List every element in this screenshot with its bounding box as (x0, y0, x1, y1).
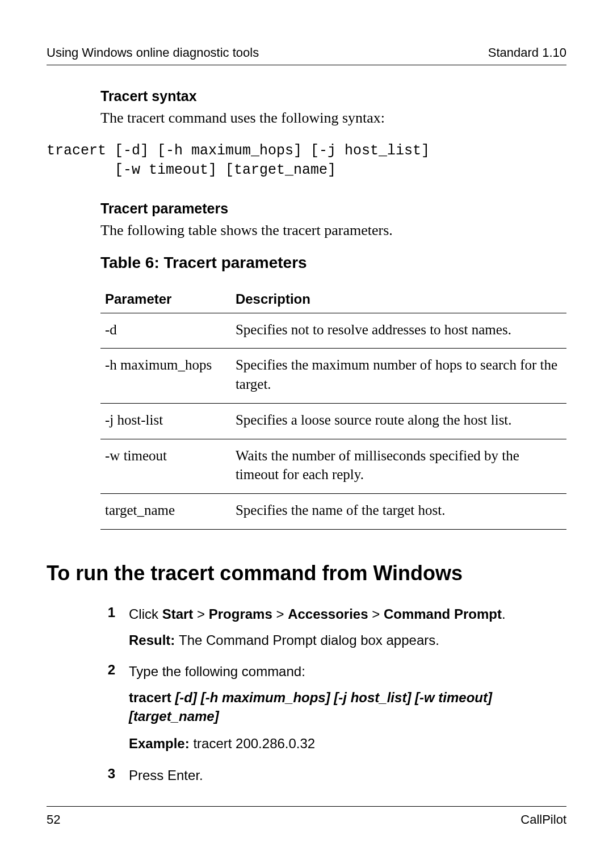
main-content: Tracert syntax The tracert command uses … (47, 88, 566, 791)
menu-command-prompt: Command Prompt (384, 606, 502, 622)
step-1: 1 Click Start > Programs > Accessories >… (100, 605, 566, 652)
page-container: Using Windows online diagnostic tools St… (0, 0, 613, 836)
result-label: Result: (129, 632, 179, 648)
text: Click (129, 606, 162, 622)
menu-start: Start (162, 606, 194, 622)
cmd-args: [-d] [-h maximum_hops] [-j host_list] [-… (129, 690, 492, 724)
step-1-main: Click Start > Programs > Accessories > C… (129, 605, 566, 624)
step-2-example: Example: tracert 200.286.0.32 (129, 734, 566, 753)
syntax-code: tracert [-d] [-h maximum_hops] [-j host_… (47, 141, 566, 180)
table-row: -j host-list Specifies a loose source ro… (100, 403, 566, 439)
table-header-row: Parameter Description (100, 287, 566, 313)
step-number: 2 (100, 662, 129, 755)
header-right: Standard 1.10 (488, 45, 566, 60)
table-row: -w timeout Waits the number of milliseco… (100, 439, 566, 494)
step-2-intro: Type the following command: (129, 662, 566, 681)
desc-cell: Waits the number of milliseconds specifi… (231, 439, 566, 494)
col-parameter: Parameter (100, 287, 231, 313)
step-body: Click Start > Programs > Accessories > C… (129, 605, 566, 652)
page-header: Using Windows online diagnostic tools St… (47, 45, 566, 65)
param-cell: -h maximum_hops (100, 349, 231, 404)
footer-doc-name: CallPilot (520, 812, 566, 827)
cmd-prefix: tracert (129, 690, 175, 705)
step-list: 1 Click Start > Programs > Accessories >… (100, 605, 566, 791)
step-1-result: Result: The Command Prompt dialog box ap… (129, 631, 566, 650)
col-description: Description (231, 287, 566, 313)
param-cell: -w timeout (100, 439, 231, 494)
header-left: Using Windows online diagnostic tools (47, 45, 259, 60)
desc-cell: Specifies the name of the target host. (231, 494, 566, 530)
step-number: 3 (100, 766, 129, 792)
step-body: Type the following command: tracert [-d]… (129, 662, 566, 755)
table-row: -d Specifies not to resolve addresses to… (100, 313, 566, 349)
step-2-command: tracert [-d] [-h maximum_hops] [-j host_… (129, 688, 566, 726)
desc-cell: Specifies a loose source route along the… (231, 403, 566, 439)
sep: > (368, 606, 384, 622)
step-2: 2 Type the following command: tracert [-… (100, 662, 566, 755)
period: . (502, 606, 506, 622)
params-intro: The following table shows the tracert pa… (100, 220, 566, 240)
syntax-heading: Tracert syntax (100, 88, 566, 104)
example-label: Example: (129, 736, 193, 751)
menu-programs: Programs (209, 606, 272, 622)
tracert-params-table: Parameter Description -d Specifies not t… (100, 287, 566, 530)
param-cell: target_name (100, 494, 231, 530)
menu-accessories: Accessories (288, 606, 368, 622)
step-body: Press Enter. (129, 766, 566, 792)
example-text: tracert 200.286.0.32 (193, 736, 315, 751)
step-3-text: Press Enter. (129, 766, 566, 785)
table-row: -h maximum_hops Specifies the maximum nu… (100, 349, 566, 404)
step-number: 1 (100, 605, 129, 652)
syntax-intro: The tracert command uses the following s… (100, 108, 566, 128)
run-heading: To run the tracert command from Windows (47, 561, 566, 585)
step-3: 3 Press Enter. (100, 766, 566, 792)
desc-cell: Specifies not to resolve addresses to ho… (231, 313, 566, 349)
page-footer: 52 CallPilot (47, 806, 566, 827)
param-cell: -d (100, 313, 231, 349)
param-cell: -j host-list (100, 403, 231, 439)
footer-page-number: 52 (47, 812, 60, 827)
table-row: target_name Specifies the name of the ta… (100, 494, 566, 530)
table-title: Table 6: Tracert parameters (100, 254, 566, 272)
sep: > (193, 606, 208, 622)
sep: > (272, 606, 288, 622)
result-text: The Command Prompt dialog box appears. (179, 632, 439, 648)
desc-cell: Specifies the maximum number of hops to … (231, 349, 566, 404)
params-heading: Tracert parameters (100, 200, 566, 217)
